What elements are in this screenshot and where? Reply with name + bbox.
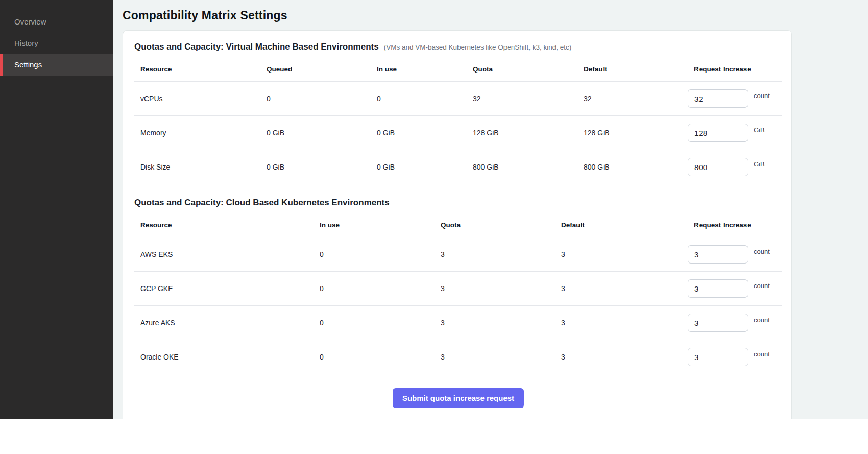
resource-name: Memory: [134, 129, 260, 137]
column-header-in-use: In use: [371, 65, 467, 73]
default-value: 3: [555, 284, 688, 293]
column-header-default: Default: [555, 221, 688, 229]
resource-name: GCP GKE: [134, 284, 314, 293]
azure-aks-request-increase-input[interactable]: [688, 314, 748, 332]
quota-value: 800 GiB: [467, 163, 577, 171]
table-row-vcpus: vCPUs 0 0 32 32 count: [134, 82, 782, 116]
unit-label: GiB: [754, 160, 765, 168]
vm-section-header: Quotas and Capacity: Virtual Machine Bas…: [134, 42, 782, 52]
column-header-resource: Resource: [134, 221, 314, 229]
vm-section-subtitle: (VMs and VM-based Kubernetes like OpenSh…: [384, 43, 572, 51]
vcpus-request-increase-input[interactable]: [688, 89, 748, 108]
queued-value: 0 GiB: [260, 163, 371, 171]
oracle-oke-request-increase-input[interactable]: [688, 348, 748, 366]
quota-settings-card: Quotas and Capacity: Virtual Machine Bas…: [123, 30, 792, 419]
cloud-section-title: Quotas and Capacity: Cloud Based Kuberne…: [134, 198, 390, 208]
in-use-value: 0: [371, 94, 467, 103]
sidebar-item-settings[interactable]: Settings: [0, 54, 113, 76]
main-content: Compatibility Matrix Settings Quotas and…: [113, 0, 868, 419]
quota-value: 32: [467, 94, 577, 103]
column-header-queued: Queued: [260, 65, 371, 73]
column-header-resource: Resource: [134, 65, 260, 73]
app-container: Overview History Settings Compatibility …: [0, 0, 868, 419]
table-row-oracle-oke: Oracle OKE 0 3 3 count: [134, 340, 782, 374]
column-header-quota: Quota: [435, 221, 555, 229]
sidebar-item-overview[interactable]: Overview: [0, 11, 113, 33]
table-row-gcp-gke: GCP GKE 0 3 3 count: [134, 272, 782, 306]
unit-label: count: [754, 350, 770, 358]
submit-quota-increase-button[interactable]: Submit quota increase request: [393, 388, 524, 408]
resource-name: Oracle OKE: [134, 353, 314, 361]
resource-name: AWS EKS: [134, 250, 314, 258]
vm-table-header-row: Resource Queued In use Quota Default Req…: [134, 58, 782, 82]
unit-label: count: [754, 316, 770, 324]
unit-label: count: [754, 92, 770, 100]
in-use-value: 0: [314, 319, 435, 327]
table-row-memory: Memory 0 GiB 0 GiB 128 GiB 128 GiB GiB: [134, 116, 782, 150]
column-header-request-increase: Request Increase: [688, 65, 782, 73]
column-header-request-increase: Request Increase: [688, 221, 782, 229]
cloud-section-header: Quotas and Capacity: Cloud Based Kuberne…: [134, 198, 782, 208]
cloud-table-header-row: Resource In use Quota Default Request In…: [134, 214, 782, 237]
column-header-default: Default: [577, 65, 688, 73]
default-value: 3: [555, 319, 688, 327]
unit-label: count: [754, 248, 770, 255]
in-use-value: 0: [314, 353, 435, 361]
aws-eks-request-increase-input[interactable]: [688, 245, 748, 264]
quota-value: 3: [435, 284, 555, 293]
table-row-azure-aks: Azure AKS 0 3 3 count: [134, 306, 782, 340]
quota-value: 3: [435, 319, 555, 327]
quota-value: 128 GiB: [467, 129, 577, 137]
page-title: Compatibility Matrix Settings: [123, 9, 868, 22]
default-value: 800 GiB: [577, 163, 688, 171]
default-value: 32: [577, 94, 688, 103]
gcp-gke-request-increase-input[interactable]: [688, 279, 748, 298]
queued-value: 0: [260, 94, 371, 103]
disk-size-request-increase-input[interactable]: [688, 158, 748, 176]
in-use-value: 0 GiB: [371, 163, 467, 171]
queued-value: 0 GiB: [260, 129, 371, 137]
table-row-aws-eks: AWS EKS 0 3 3 count: [134, 237, 782, 272]
unit-label: GiB: [754, 126, 765, 134]
in-use-value: 0: [314, 250, 435, 258]
table-row-disk-size: Disk Size 0 GiB 0 GiB 800 GiB 800 GiB Gi…: [134, 150, 782, 184]
default-value: 3: [555, 353, 688, 361]
default-value: 3: [555, 250, 688, 258]
column-header-in-use: In use: [314, 221, 435, 229]
vm-section-title: Quotas and Capacity: Virtual Machine Bas…: [134, 42, 379, 52]
sidebar-nav: Overview History Settings: [0, 11, 113, 76]
vm-quota-table: Resource Queued In use Quota Default Req…: [134, 58, 782, 184]
resource-name: Azure AKS: [134, 319, 314, 327]
resource-name: vCPUs: [134, 94, 260, 103]
in-use-value: 0 GiB: [371, 129, 467, 137]
quota-value: 3: [435, 250, 555, 258]
resource-name: Disk Size: [134, 163, 260, 171]
quota-value: 3: [435, 353, 555, 361]
in-use-value: 0: [314, 284, 435, 293]
memory-request-increase-input[interactable]: [688, 124, 748, 142]
submit-row: Submit quota increase request: [134, 388, 782, 408]
sidebar-item-history[interactable]: History: [0, 33, 113, 54]
unit-label: count: [754, 282, 770, 290]
column-header-quota: Quota: [467, 65, 577, 73]
sidebar: Overview History Settings: [0, 0, 113, 419]
default-value: 128 GiB: [577, 129, 688, 137]
cloud-quota-table: Resource In use Quota Default Request In…: [134, 214, 782, 374]
